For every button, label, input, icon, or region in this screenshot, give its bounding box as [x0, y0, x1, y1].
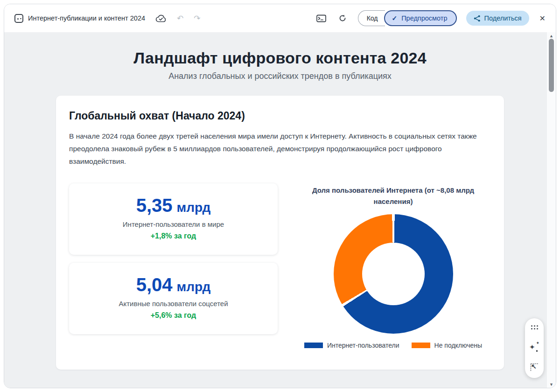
code-tab[interactable]: Код	[358, 10, 385, 26]
section-paragraph: В начале 2024 года более двух третей нас…	[69, 130, 491, 168]
view-toggle: Код ✓ Предпросмотр	[358, 10, 457, 26]
section-heading: Глобальный охват (Начало 2024)	[69, 110, 491, 122]
redo-icon[interactable]: ↷	[194, 14, 200, 22]
share-icon	[474, 15, 481, 22]
console-icon[interactable]	[316, 14, 326, 22]
cloud-saved-icon	[155, 14, 167, 22]
scroll-down-icon[interactable]: ▼	[547, 382, 556, 387]
share-button-label: Поделиться	[484, 14, 522, 22]
legend-swatch-orange	[412, 343, 430, 348]
global-reach-card: Глобальный охват (Начало 2024) В начале …	[56, 96, 504, 370]
chart-legend: Интернет-пользователи Не подключены	[304, 342, 482, 349]
stat-delta: +5,6% за год	[77, 311, 269, 320]
artifact-icon	[14, 14, 23, 23]
stat-card-internet-users: 5,35млрд Интернет-пользователи в мире +1…	[69, 183, 278, 255]
preview-tab-label: Предпросмотр	[401, 14, 447, 22]
doughnut-chart	[334, 214, 453, 334]
select-region-icon[interactable]: ↖	[531, 364, 538, 371]
drag-handle-icon[interactable]	[531, 325, 538, 329]
undo-icon[interactable]: ↶	[177, 14, 183, 22]
page-title: Ландшафт цифрового контента 2024	[56, 49, 504, 67]
stat-value: 5,35млрд	[77, 196, 269, 215]
share-button[interactable]: Поделиться	[466, 11, 529, 26]
legend-item-not-connected: Не подключены	[412, 342, 483, 349]
preview-tab[interactable]: ✓ Предпросмотр	[384, 10, 456, 26]
stat-value: 5,04млрд	[77, 275, 269, 294]
stat-delta: +1,8% за год	[77, 232, 269, 240]
scrollbar[interactable]: ▲ ▼	[546, 32, 556, 388]
ai-sparkle-icon[interactable]: ✦ ✦	[530, 342, 539, 351]
stat-label: Интернет-пользователи в мире	[77, 220, 269, 228]
artifact-window: Интернет-публикации и контент 2024 ↶ ↷	[4, 4, 556, 388]
legend-swatch-blue	[304, 343, 323, 348]
floating-toolbar: ✦ ✦ ↖	[525, 318, 544, 378]
stat-card-social-users: 5,04млрд Активные пользователи соцсетей …	[69, 263, 278, 334]
chart-title: Доля пользователей Интернета (от ~8,08 м…	[302, 185, 484, 207]
legend-item-internet-users: Интернет-пользователи	[304, 342, 399, 349]
scroll-up-icon[interactable]: ▲	[547, 34, 556, 38]
check-icon: ✓	[392, 14, 397, 22]
stat-label: Активные пользователи соцсетей	[77, 300, 269, 308]
preview-viewport: Ландшафт цифрового контента 2024 Анализ …	[4, 32, 556, 388]
scrollbar-thumb[interactable]	[549, 39, 554, 92]
page-subtitle: Анализ глобальных и российских трендов в…	[56, 71, 504, 81]
artifact-title: Интернет-публикации и контент 2024	[28, 14, 145, 22]
refresh-icon[interactable]	[338, 14, 347, 22]
close-icon[interactable]: ✕	[539, 14, 546, 23]
topbar: Интернет-публикации и контент 2024 ↶ ↷	[4, 4, 556, 32]
